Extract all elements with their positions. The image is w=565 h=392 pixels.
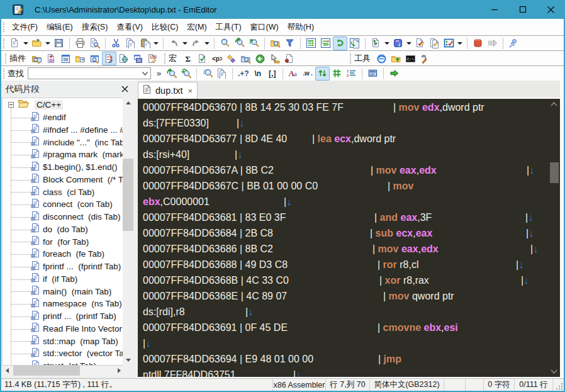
menu-item-8[interactable]: 帮助(H) [283,22,318,33]
find-in-files-button-icon[interactable] [268,36,282,50]
menu-item-1[interactable]: 编辑(E) [42,22,77,33]
editor-scrollbar-thumb[interactable] [550,162,559,183]
find-button-icon[interactable] [218,36,232,50]
scroll-up-button[interactable] [123,98,133,108]
plugin-snippets-button-icon[interactable] [102,52,116,65]
paste-dropdown[interactable] [152,36,160,50]
macro-log-button-icon[interactable] [282,52,296,65]
toolbar-group-gripper[interactable] [164,53,166,64]
print-preview-button-icon[interactable] [87,36,102,50]
cut-button-icon[interactable] [109,36,123,50]
copy-button-icon[interactable] [123,36,138,50]
outline-dropdown[interactable] [383,36,391,50]
search-direction-toggle-icon[interactable] [315,67,330,81]
stop-button-icon[interactable] [471,36,485,50]
tree-item[interactable]: Read File Into Vector [3,323,123,335]
macro-select-tool-button-icon[interactable] [267,52,282,65]
tree-item[interactable]: for (for Tab) [3,235,123,248]
find-next-occurrence-button-icon[interactable] [179,67,193,81]
plugin-projects-button-icon[interactable] [131,52,145,65]
tree-item[interactable]: std::map (map Tab) [3,335,123,347]
editor-scroll-up-button[interactable] [548,102,560,106]
minimize-button[interactable] [480,0,508,19]
syntax-config-button-icon[interactable] [391,36,405,50]
outline-button-icon[interactable] [369,36,383,50]
maximize-button[interactable] [508,0,537,19]
run-button-icon[interactable] [485,36,500,50]
macro-search-button-icon[interactable] [238,52,253,65]
tree-item[interactable]: $1.begin(), $1.end() (b [3,161,123,174]
tree-root-c-cpp[interactable]: C/C++ [3,99,123,111]
menu-item-7[interactable]: 窗口(W) [246,22,283,33]
run-macro-button-icon[interactable] [427,36,442,50]
editor-vertical-scrollbar[interactable] [548,99,560,377]
menu-item-3[interactable]: 查看(V) [112,22,147,33]
regex-toggle-icon[interactable]: .+? [236,67,250,81]
plugin-explorer-button-icon[interactable] [30,52,44,65]
snippets-tree-horizontal-scrollbar[interactable] [2,366,133,376]
whole-word-toggle-icon[interactable]: w [301,67,315,81]
save-button-icon[interactable] [52,36,66,50]
copy-results-button-icon[interactable] [215,67,229,81]
menu-item-4[interactable]: 比较(C) [147,22,182,33]
plugin-web-preview-button-icon[interactable] [116,52,131,65]
scroll-right-button[interactable] [114,366,125,376]
pin-button-icon[interactable] [506,36,521,50]
menu-item-5[interactable]: 宏(M) [182,22,211,33]
tree-item[interactable]: namespace (ns Tab) [3,298,123,310]
tool-export-button-icon[interactable] [389,52,403,65]
tree-item[interactable]: #include "..." (inc Tab [3,136,123,148]
wrap-by-window-button-icon[interactable] [333,36,347,50]
tree-item[interactable]: class (cl Tab) [3,186,123,198]
macro-check-button-icon[interactable] [195,52,210,65]
go-button-icon[interactable] [387,67,401,81]
bookmark-lines-button-icon[interactable]: 12 [344,67,359,81]
macro-symbols-button-icon[interactable] [224,52,238,65]
wrap-by-characters-button-icon[interactable] [318,36,333,50]
tree-item[interactable]: struct (st Tab) [3,360,123,366]
escape-sequence-toggle-icon[interactable]: \n [250,67,265,81]
wrap-by-page-button-icon[interactable] [347,36,362,50]
scroll-left-button[interactable] [2,366,13,376]
plugin-search-button-icon[interactable] [87,52,102,65]
resize-grip[interactable] [553,379,564,391]
toolbar-group-gripper[interactable] [5,53,7,64]
menu-item-0[interactable]: 文件(F) [8,22,42,33]
tree-expander-minus[interactable] [8,102,14,108]
open-dropdown[interactable] [44,36,52,50]
tree-item[interactable]: #endif [3,111,123,124]
plugin-word-count-button-icon[interactable]: 123 [145,52,160,65]
open-button-icon[interactable] [30,36,44,50]
menu-item-2[interactable]: 搜索(S) [77,22,113,33]
redo-button-icon[interactable] [189,36,203,50]
macro-paragraph-button-icon[interactable]: <p> [210,52,224,65]
plugin-outline-button-icon[interactable] [59,52,73,65]
find-previous-button-icon[interactable] [247,36,261,50]
highlight-all-toggle-icon[interactable] [330,67,344,81]
screen-options-button-icon[interactable] [366,67,380,81]
tree-item[interactable]: disconnect (dis Tab) [3,211,123,223]
find-previous-occurrence-button-icon[interactable] [164,67,179,81]
redo-dropdown[interactable] [203,36,211,50]
new-file-button-icon[interactable] [8,36,22,50]
main-toolbar-gripper[interactable] [3,38,5,48]
plugin-html-bar-button-icon[interactable] [44,52,59,65]
find-next-button-icon[interactable] [232,36,247,50]
find-bar-gripper[interactable] [3,69,5,79]
scroll-down-button[interactable] [123,355,133,366]
syntax-config-dropdown[interactable] [405,36,413,50]
horizontal-scrollbar-thumb[interactable] [13,366,80,376]
tree-item[interactable]: main() (main Tab) [3,285,123,298]
menu-item-6[interactable]: 工具(T) [211,22,246,33]
tree-item[interactable]: if (if Tab) [3,273,123,286]
toolbar-group-gripper[interactable] [350,53,352,64]
tree-item[interactable]: foreach (fe Tab) [3,248,123,260]
tree-item[interactable]: #pragma mark (mark [3,148,123,161]
find-combobox-dropdown[interactable] [139,68,150,79]
close-button[interactable] [537,0,565,19]
select-macro-button-icon[interactable] [442,36,456,50]
plugin-open-documents-button-icon[interactable] [73,52,87,65]
menu-bar-gripper[interactable] [3,22,5,32]
filter-button-icon[interactable] [282,36,297,50]
paste-button-icon[interactable] [138,36,152,50]
